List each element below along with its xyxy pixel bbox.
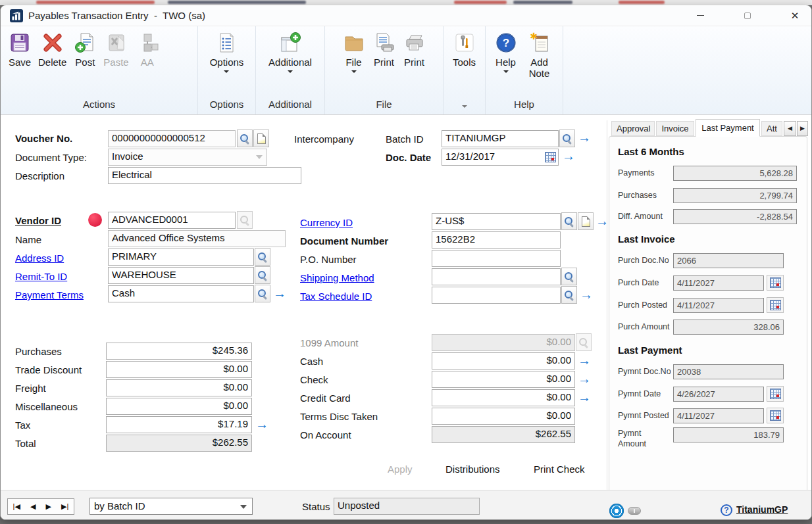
- voucher-no-field[interactable]: 00000000000000512: [108, 130, 236, 147]
- po-number-field[interactable]: [432, 250, 561, 267]
- on-account-field: $262.55: [432, 426, 575, 443]
- payment-terms-link[interactable]: Payment Terms: [15, 289, 84, 300]
- address-id-field[interactable]: PRIMARY: [108, 249, 254, 266]
- currency-note-button[interactable]: [578, 212, 594, 230]
- payment-terms-field[interactable]: Cash: [108, 285, 254, 302]
- tab-approval[interactable]: Approval: [611, 121, 655, 136]
- batch-id-field[interactable]: TITANIUMGP: [442, 130, 559, 147]
- settings-gear-icon[interactable]: [609, 504, 624, 518]
- close-button[interactable]: ✕: [780, 5, 810, 26]
- tools-group-menu-icon[interactable]: [462, 105, 467, 108]
- cash-field[interactable]: $0.00: [432, 352, 575, 369]
- pymnt-date-calendar-button[interactable]: [767, 386, 784, 402]
- address-id-link[interactable]: Address ID: [15, 252, 64, 264]
- print-document-button[interactable]: Print: [369, 26, 399, 68]
- shipping-method-lookup-button[interactable]: [561, 268, 577, 285]
- help-button[interactable]: ? Help: [491, 26, 521, 73]
- miscellaneous-field[interactable]: $0.00: [106, 398, 252, 415]
- document-type-dropdown[interactable]: Invoice: [108, 149, 267, 166]
- payment-terms-lookup-button[interactable]: [255, 285, 270, 302]
- payments-label: Payments: [618, 168, 655, 178]
- minimize-button[interactable]: [685, 5, 715, 26]
- voucher-lookup-button[interactable]: [237, 130, 253, 147]
- batch-id-lookup-button[interactable]: [559, 130, 575, 147]
- batch-id-expand-arrow[interactable]: [577, 131, 592, 145]
- background-text-fragment: [619, 1, 665, 4]
- vendor-id-field[interactable]: ADVANCED0001: [108, 212, 236, 229]
- terms-disc-taken-field[interactable]: $0.00: [432, 408, 575, 425]
- file-button[interactable]: File: [339, 26, 369, 73]
- browse-by-dropdown[interactable]: by Batch ID: [89, 498, 253, 515]
- tax-field[interactable]: $17.19: [106, 416, 252, 433]
- background-text-fragment: [168, 1, 306, 4]
- trade-discount-field[interactable]: $0.00: [106, 361, 252, 378]
- nav-next-button[interactable]: ▶: [46, 503, 51, 510]
- remit-to-id-link[interactable]: Remit-To ID: [15, 271, 67, 282]
- pymnt-posted-field: 4/11/2027: [673, 408, 764, 423]
- nav-last-button[interactable]: ▶|: [61, 503, 68, 510]
- nav-previous-button[interactable]: ◀: [30, 503, 36, 510]
- post-label: Post: [75, 57, 95, 68]
- freight-field[interactable]: $0.00: [106, 379, 252, 396]
- shipping-method-link[interactable]: Shipping Method: [300, 272, 374, 283]
- maximize-button[interactable]: [732, 5, 763, 26]
- brand-link[interactable]: TitaniumGP: [736, 504, 788, 515]
- cash-expand-arrow[interactable]: [577, 354, 592, 368]
- doc-date-expand-arrow[interactable]: [561, 149, 576, 164]
- payment-terms-expand-arrow[interactable]: [272, 287, 287, 301]
- voucher-note-button[interactable]: [253, 130, 269, 147]
- check-expand-arrow[interactable]: [577, 372, 592, 387]
- tab-invoice[interactable]: Invoice: [656, 121, 694, 136]
- options-group-label: Options: [202, 97, 251, 114]
- currency-lookup-button[interactable]: [561, 212, 577, 230]
- tab-scroll-right-button[interactable]: ▶: [797, 121, 808, 136]
- print-button[interactable]: Print: [399, 26, 430, 68]
- add-note-label: Add Note: [524, 57, 555, 80]
- distributions-button[interactable]: Distributions: [445, 464, 500, 475]
- tax-schedule-link[interactable]: Tax Schedule ID: [300, 291, 372, 302]
- nav-first-button[interactable]: |◀: [13, 503, 20, 510]
- doc-date-field[interactable]: 12/31/2017: [442, 149, 559, 166]
- credit-card-expand-arrow[interactable]: [577, 391, 592, 405]
- tax-schedule-field[interactable]: [432, 287, 561, 304]
- check-field[interactable]: $0.00: [432, 371, 575, 388]
- post-button[interactable]: Post: [70, 26, 100, 68]
- lookup-icon: [564, 216, 574, 227]
- scroll-left-icon: ◀: [788, 125, 792, 131]
- remit-to-lookup-button[interactable]: [255, 266, 270, 284]
- currency-id-field[interactable]: Z-US$: [432, 213, 561, 230]
- background-text-fragment: [36, 1, 155, 4]
- file-group-label: File: [329, 97, 439, 114]
- options-dropdown-icon: [224, 70, 229, 73]
- address-id-lookup-button[interactable]: [255, 248, 270, 266]
- credit-card-field[interactable]: $0.00: [432, 389, 575, 406]
- options-button[interactable]: Options: [207, 26, 247, 73]
- tools-button[interactable]: Tools: [449, 26, 480, 68]
- purchases-field[interactable]: $245.36: [106, 343, 252, 360]
- tab-last-payment[interactable]: Last Payment: [696, 119, 760, 137]
- tax-expand-arrow[interactable]: [255, 417, 269, 432]
- add-note-button[interactable]: ✱ Add Note: [521, 26, 558, 80]
- tab-scroll-left-button[interactable]: ◀: [784, 121, 796, 136]
- pymnt-amount-label: Pymnt Amount: [618, 429, 657, 449]
- lookup-icon: [564, 272, 574, 282]
- print-check-button[interactable]: Print Check: [534, 464, 585, 475]
- tax-schedule-lookup-button[interactable]: [561, 286, 577, 304]
- remit-to-id-field[interactable]: WAREHOUSE: [108, 267, 254, 284]
- tax-schedule-expand-arrow[interactable]: [579, 288, 594, 302]
- shipping-method-field[interactable]: [432, 268, 561, 285]
- addin-plug-icon[interactable]: [628, 507, 641, 515]
- footer-help-icon[interactable]: ?: [721, 504, 732, 516]
- delete-button[interactable]: Delete: [35, 26, 70, 68]
- purch-date-calendar-button[interactable]: [767, 275, 784, 291]
- document-number-field[interactable]: 15622B2: [432, 231, 561, 249]
- purch-posted-calendar-button[interactable]: [767, 297, 784, 313]
- pymnt-posted-calendar-button[interactable]: [767, 408, 784, 423]
- save-button[interactable]: Save: [5, 26, 35, 68]
- additional-button[interactable]: Additional: [265, 26, 315, 73]
- tab-attachments[interactable]: Att: [761, 121, 782, 136]
- doc-date-calendar-button[interactable]: [545, 152, 556, 162]
- description-field[interactable]: Electrical: [108, 167, 301, 184]
- additional-label: Additional: [268, 57, 312, 68]
- currency-id-link[interactable]: Currency ID: [300, 217, 353, 228]
